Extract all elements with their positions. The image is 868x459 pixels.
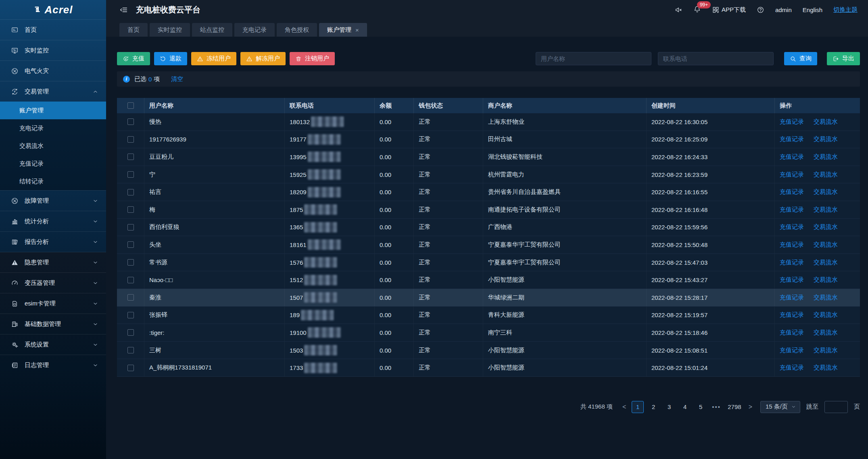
transaction-flow-link[interactable]: 交易流水 bbox=[814, 329, 838, 336]
tab-4[interactable]: 角色授权 bbox=[277, 23, 317, 37]
freeze-user-button[interactable]: 冻结用户 bbox=[191, 52, 236, 65]
transaction-flow-link[interactable]: 交易流水 bbox=[814, 259, 838, 266]
page-number[interactable]: ••• bbox=[710, 401, 722, 413]
recharge-record-link[interactable]: 充值记录 bbox=[780, 294, 804, 301]
language-switch[interactable]: English bbox=[803, 6, 822, 13]
tab-1[interactable]: 实时监控 bbox=[150, 23, 190, 37]
sidebar-item-6[interactable]: 报告分析 bbox=[0, 231, 106, 252]
sidebar-item-7[interactable]: 隐患管理 bbox=[0, 252, 106, 272]
sidebar-item-4[interactable]: 故障管理 bbox=[0, 190, 106, 211]
sidebar-item-9[interactable]: esim卡管理 bbox=[0, 293, 106, 314]
sidebar-item-3[interactable]: 交易管理 bbox=[0, 81, 106, 102]
transaction-flow-link[interactable]: 交易流水 bbox=[814, 135, 838, 143]
help-icon[interactable] bbox=[757, 6, 764, 14]
row-checkbox[interactable] bbox=[127, 347, 134, 353]
refund-button[interactable]: 退款 bbox=[154, 52, 187, 65]
recharge-record-link[interactable]: 充值记录 bbox=[780, 153, 804, 161]
recharge-button[interactable]: 充值 bbox=[117, 52, 150, 65]
transaction-flow-link[interactable]: 交易流水 bbox=[814, 347, 838, 354]
sidebar-subitem-4[interactable]: 结转记录 bbox=[0, 172, 106, 190]
notifications[interactable]: 99+ bbox=[693, 5, 701, 14]
sidebar-subitem-3[interactable]: 充值记录 bbox=[0, 155, 106, 172]
transaction-flow-link[interactable]: 交易流水 bbox=[814, 153, 838, 161]
prev-page-arrow[interactable]: < bbox=[620, 403, 628, 411]
transaction-flow-link[interactable]: 交易流水 bbox=[814, 171, 838, 179]
page-number[interactable]: 4 bbox=[679, 401, 691, 413]
sidebar-item-2[interactable]: 电气火灾 bbox=[0, 60, 106, 81]
recharge-record-link[interactable]: 充值记录 bbox=[780, 171, 804, 179]
page-number[interactable]: 5 bbox=[695, 401, 707, 413]
transaction-flow-link[interactable]: 交易流水 bbox=[814, 241, 838, 249]
recharge-record-link[interactable]: 充值记录 bbox=[780, 188, 804, 196]
sidebar-item-0[interactable]: 首页 bbox=[0, 19, 106, 40]
export-button[interactable]: 导出 bbox=[827, 52, 860, 65]
recharge-record-link[interactable]: 充值记录 bbox=[780, 276, 804, 284]
jump-page-input[interactable] bbox=[824, 401, 848, 413]
theme-switch-link[interactable]: 切换主题 bbox=[833, 6, 858, 14]
recharge-record-link[interactable]: 充值记录 bbox=[780, 206, 804, 214]
recharge-record-link[interactable]: 充值记录 bbox=[780, 118, 804, 126]
recharge-record-link[interactable]: 充值记录 bbox=[780, 241, 804, 249]
user-menu[interactable]: admin bbox=[775, 6, 792, 13]
next-page-arrow[interactable]: > bbox=[747, 403, 754, 411]
recharge-record-link[interactable]: 充值记录 bbox=[780, 135, 804, 143]
recharge-record-link[interactable]: 充值记录 bbox=[780, 259, 804, 266]
row-checkbox[interactable] bbox=[127, 154, 134, 160]
page-number[interactable]: 2 bbox=[647, 401, 659, 413]
row-checkbox[interactable] bbox=[127, 136, 134, 143]
recharge-record-link[interactable]: 充值记录 bbox=[780, 311, 804, 319]
page-size-select[interactable]: 15 条/页 bbox=[760, 401, 800, 413]
clear-selection-link[interactable]: 清空 bbox=[171, 75, 183, 83]
tab-0[interactable]: 首页 bbox=[119, 23, 148, 37]
phone-filter-input[interactable] bbox=[658, 52, 774, 65]
row-checkbox[interactable] bbox=[127, 294, 134, 301]
deregister-user-button[interactable]: 注销用户 bbox=[290, 52, 335, 65]
sidebar-item-1[interactable]: 实时监控 bbox=[0, 40, 106, 60]
row-checkbox[interactable] bbox=[127, 241, 134, 248]
transaction-flow-link[interactable]: 交易流水 bbox=[814, 311, 838, 319]
tab-3[interactable]: 充电记录 bbox=[234, 23, 275, 37]
transaction-flow-link[interactable]: 交易流水 bbox=[814, 206, 838, 214]
tab-5[interactable]: 账户管理 × bbox=[319, 23, 367, 37]
row-checkbox[interactable] bbox=[127, 365, 134, 371]
transaction-flow-link[interactable]: 交易流水 bbox=[814, 223, 838, 231]
row-checkbox[interactable] bbox=[127, 277, 134, 283]
sidebar-item-12[interactable]: 日志管理 bbox=[0, 355, 106, 375]
recharge-record-link[interactable]: 充值记录 bbox=[780, 223, 804, 231]
app-download[interactable]: APP下载 bbox=[712, 6, 746, 14]
sidebar-subitem-0[interactable]: 账户管理 bbox=[0, 102, 106, 119]
row-checkbox[interactable] bbox=[127, 206, 134, 213]
transaction-flow-link[interactable]: 交易流水 bbox=[814, 294, 838, 301]
row-checkbox[interactable] bbox=[127, 118, 134, 125]
sidebar-item-10[interactable]: 基础数据管理 bbox=[0, 314, 106, 334]
sidebar-item-11[interactable]: 系统设置 bbox=[0, 334, 106, 355]
row-checkbox[interactable] bbox=[127, 259, 134, 266]
page-number[interactable]: 2798 bbox=[726, 401, 743, 413]
username-filter-input[interactable] bbox=[536, 52, 651, 65]
row-checkbox[interactable] bbox=[127, 171, 134, 178]
row-checkbox[interactable] bbox=[127, 189, 134, 195]
transaction-flow-link[interactable]: 交易流水 bbox=[814, 188, 838, 196]
sidebar-subitem-2[interactable]: 交易流水 bbox=[0, 137, 106, 155]
select-all-checkbox[interactable] bbox=[127, 102, 134, 109]
transaction-flow-link[interactable]: 交易流水 bbox=[814, 364, 838, 372]
row-checkbox[interactable] bbox=[127, 224, 134, 231]
mute-icon[interactable] bbox=[675, 6, 682, 14]
transaction-flow-link[interactable]: 交易流水 bbox=[814, 276, 838, 284]
row-checkbox[interactable] bbox=[127, 312, 134, 318]
tab-2[interactable]: 站点监控 bbox=[192, 23, 232, 37]
search-button[interactable]: 查询 bbox=[784, 52, 817, 65]
collapse-sidebar-icon[interactable] bbox=[119, 6, 128, 14]
recharge-record-link[interactable]: 充值记录 bbox=[780, 364, 804, 372]
row-checkbox[interactable] bbox=[127, 329, 134, 336]
page-number[interactable]: 1 bbox=[632, 401, 644, 413]
page-number[interactable]: 3 bbox=[663, 401, 675, 413]
recharge-record-link[interactable]: 充值记录 bbox=[780, 347, 804, 354]
transaction-flow-link[interactable]: 交易流水 bbox=[814, 118, 838, 126]
tab-close-icon[interactable]: × bbox=[355, 27, 359, 33]
sidebar-subitem-1[interactable]: 充电记录 bbox=[0, 119, 106, 137]
unfreeze-user-button[interactable]: 解冻用户 bbox=[240, 52, 286, 65]
recharge-record-link[interactable]: 充值记录 bbox=[780, 329, 804, 336]
sidebar-item-8[interactable]: 变压器管理 bbox=[0, 272, 106, 293]
sidebar-item-5[interactable]: 统计分析 bbox=[0, 211, 106, 231]
